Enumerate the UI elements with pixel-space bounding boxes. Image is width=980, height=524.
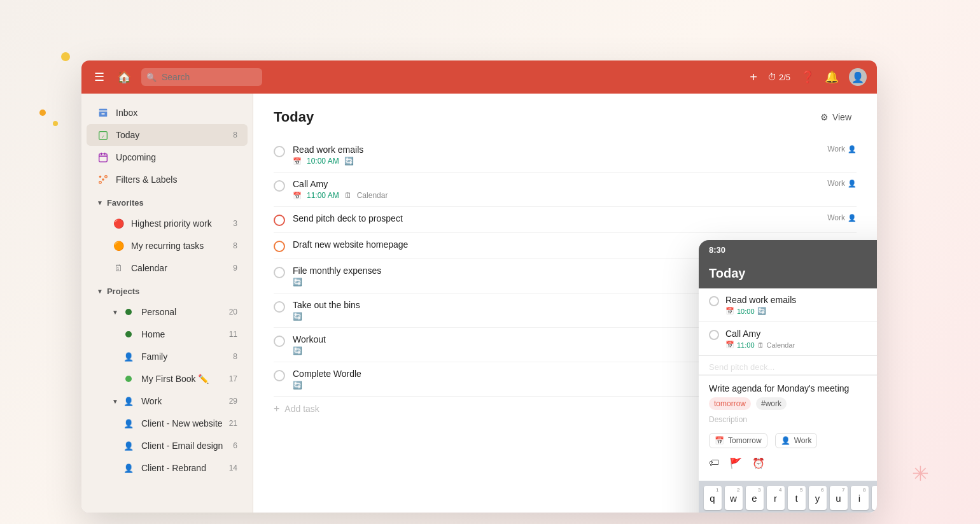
view-button[interactable]: ⚙ View: [815, 110, 857, 125]
recurring-icon: 🔄: [293, 278, 302, 287]
sidebar-item-client-email[interactable]: 👤 Client - Email design 6: [87, 435, 248, 457]
key-u[interactable]: 7u: [830, 486, 848, 510]
label-icon-btn[interactable]: 🏷: [709, 457, 719, 469]
user-avatar[interactable]: 👤: [849, 68, 867, 86]
sidebar-item-work[interactable]: ▼ 👤 Work 29: [87, 390, 248, 412]
firstbook-label: My First Book ✏️: [141, 374, 225, 384]
help-button[interactable]: ❓: [801, 70, 815, 84]
key-o[interactable]: 9o: [872, 486, 878, 510]
work-dot-icon: 👤: [122, 395, 135, 407]
work-chip[interactable]: #work: [756, 397, 787, 410]
task-right: Work 👤: [827, 179, 857, 188]
key-y[interactable]: 6y: [809, 486, 827, 510]
person-chip-icon: 👤: [781, 436, 790, 445]
projects-label: Projects: [107, 287, 139, 296]
flag-icon-btn[interactable]: 🚩: [729, 457, 742, 469]
sidebar-item-personal[interactable]: ▼ Personal 20: [87, 301, 248, 323]
recurring-icon: 🔄: [344, 157, 354, 166]
task-checkbox-p1[interactable]: [274, 215, 285, 226]
phone-overlay: 8:30 ▲ ▌▌ ▮ Today ⋮ Read work em: [699, 240, 877, 513]
sidebar-item-recurring[interactable]: 🟠 My recurring tasks 8: [87, 235, 248, 257]
task-checkbox[interactable]: [274, 146, 285, 157]
phone-task-meta: 📅 11:00 🗓 Calendar Work 👤: [725, 341, 877, 349]
quick-bottom-row: 📅 Tomorrow 👤 Work ▶: [709, 429, 877, 452]
sidebar-item-filters[interactable]: Filters & Labels: [87, 169, 248, 190]
filters-label: Filters & Labels: [116, 174, 237, 185]
family-icon: 👤: [122, 350, 135, 363]
sidebar-item-calendar[interactable]: 🗓 Calendar 9: [87, 257, 248, 279]
sidebar-item-inbox[interactable]: Inbox: [87, 102, 248, 124]
phone-task-partial: Send pitch deck...: [699, 356, 877, 375]
task-tag: Work 👤: [827, 179, 857, 188]
sidebar-item-family[interactable]: 👤 Family 8: [87, 346, 248, 367]
key-r[interactable]: 4r: [767, 486, 785, 510]
today-icon: ✓: [97, 129, 109, 141]
task-row[interactable]: Call Amy 📅 11:00 AM 🗓 Calendar Work 👤: [274, 173, 857, 207]
time-icon: 📅: [293, 157, 302, 166]
sidebar-item-highest-priority[interactable]: 🔴 Highest priority work 3: [87, 213, 248, 234]
client-rebrand-icon: 👤: [122, 462, 135, 474]
client-rebrand-label: Client - Rebrand: [141, 463, 225, 473]
header-left: ☰ 🏠 🔍: [92, 67, 742, 87]
sidebar-item-client-new[interactable]: 👤 Client - New website 21: [87, 413, 248, 434]
task-time: 10:00 AM: [307, 157, 339, 166]
task-tag: Work 👤: [827, 145, 857, 153]
sidebar-item-today[interactable]: ✓ Today 8: [87, 124, 248, 146]
sidebar-item-upcoming[interactable]: Upcoming: [87, 146, 248, 168]
notifications-button[interactable]: 🔔: [825, 70, 839, 84]
key-q[interactable]: 1q: [704, 486, 722, 510]
tomorrow-btn-label: Tomorrow: [728, 436, 762, 445]
search-input[interactable]: [141, 68, 262, 86]
task-row[interactable]: Send pitch deck to prospect Work 👤: [274, 207, 857, 233]
phone-today-title: Today: [709, 266, 745, 281]
client-email-badge: 6: [225, 441, 237, 450]
client-new-label: Client - New website: [141, 418, 225, 428]
sidebar-item-firstbook[interactable]: My First Book ✏️ 17: [87, 368, 248, 390]
phone-status-bar: 8:30 ▲ ▌▌ ▮: [699, 240, 877, 260]
personal-chevron: ▼: [112, 309, 118, 316]
key-w[interactable]: 2w: [725, 486, 743, 510]
upcoming-icon: [97, 151, 109, 164]
phone-task-row[interactable]: Read work emails 📅 10:00 🔄 Work 👤: [699, 288, 877, 322]
sidebar-item-client-rebrand[interactable]: 👤 Client - Rebrand 14: [87, 457, 248, 479]
sidebar-item-home[interactable]: Home 11: [87, 323, 248, 345]
task-name: Call Amy: [293, 179, 827, 189]
tomorrow-button[interactable]: 📅 Tomorrow: [709, 433, 767, 448]
tomorrow-chip[interactable]: tomorrow: [709, 397, 751, 410]
phone-task-name: Call Amy: [725, 329, 877, 339]
key-t[interactable]: 5t: [788, 486, 806, 510]
menu-button[interactable]: ☰: [92, 67, 107, 87]
task-checkbox-p2[interactable]: [274, 241, 285, 252]
quick-icon-bar: 🏷 🚩 ⏰: [709, 457, 877, 469]
projects-section-header[interactable]: ▼ Projects: [87, 281, 248, 299]
home-button[interactable]: 🏠: [115, 67, 134, 87]
task-row[interactable]: Read work emails 📅 10:00 AM 🔄 Work 👤: [274, 138, 857, 173]
work-badge: 29: [225, 397, 237, 406]
phone-task-checkbox[interactable]: [709, 330, 719, 340]
key-e[interactable]: 3e: [746, 486, 764, 510]
svg-point-6: [99, 181, 102, 184]
quick-actions: 📅 Tomorrow 👤 Work: [709, 433, 817, 448]
decorative-dot-3: [53, 121, 58, 126]
task-checkbox[interactable]: [274, 267, 285, 278]
recurring-badge: 8: [225, 241, 237, 250]
task-checkbox[interactable]: [274, 301, 285, 313]
tag-chips: tomorrow #work: [709, 397, 877, 410]
today-badge: 8: [225, 131, 237, 139]
quick-add-description[interactable]: Description: [709, 415, 877, 424]
phone-task-row[interactable]: Call Amy 📅 11:00 🗓 Calendar Work 👤: [699, 322, 877, 356]
key-i[interactable]: 8i: [851, 486, 869, 510]
add-button[interactable]: +: [750, 70, 757, 85]
task-checkbox[interactable]: [274, 180, 285, 192]
favorites-section-header[interactable]: ▼ Favorites: [87, 193, 248, 210]
task-checkbox[interactable]: [274, 336, 285, 347]
calendar-chip-icon: 📅: [715, 436, 724, 445]
alarm-icon-btn[interactable]: ⏰: [752, 457, 765, 469]
task-checkbox[interactable]: [274, 370, 285, 381]
work-project-button[interactable]: 👤 Work: [775, 433, 818, 448]
decorative-dot-2: [39, 110, 46, 116]
family-label: Family: [141, 351, 225, 362]
personal-badge: 20: [225, 308, 237, 316]
phone-task-checkbox[interactable]: [709, 296, 719, 306]
phone-cal-icon: 📅: [725, 341, 734, 349]
